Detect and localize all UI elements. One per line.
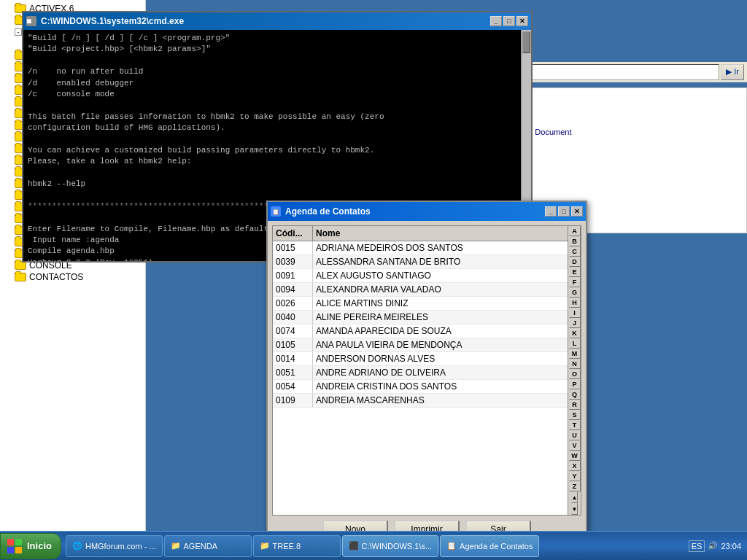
taskbar-item-hmgforum[interactable]: 🌐 HMGforum.com - ... — [66, 535, 163, 557]
taskbar-item-label: AGENDA — [184, 542, 217, 551]
alpha-scroll-up[interactable]: ▲ — [571, 491, 578, 503]
alpha-btn-d[interactable]: D — [569, 257, 581, 267]
alpha-btn-b[interactable]: B — [569, 236, 581, 246]
folder-icon — [15, 273, 26, 281]
alpha-btn-e[interactable]: E — [569, 267, 581, 277]
alpha-btn-z[interactable]: Z — [569, 481, 581, 491]
system-icon-speaker: 🔊 — [708, 541, 718, 551]
file-entry-org1: .org — [503, 138, 743, 149]
windows-logo-icon — [7, 538, 23, 554]
table-row[interactable]: 0074 AMANDA APARECIDA DE SOUZA — [273, 324, 568, 338]
row-name: ALINE PEREIRA MEIRELES — [313, 311, 568, 324]
table-row[interactable]: 0091 ALEX AUGUSTO SANTIAGO — [273, 269, 568, 283]
svg-rect-1 — [15, 539, 22, 545]
agenda-table-container: Códi... Nome 0015 ADRIANA MEDEIROS DOS S… — [272, 225, 581, 516]
alpha-btn-p[interactable]: P — [569, 379, 581, 389]
row-code: 0105 — [273, 338, 313, 351]
alpha-btn-c[interactable]: C — [569, 246, 581, 257]
file-entry-utx: .UTX — [503, 103, 743, 114]
alpha-btn-n[interactable]: N — [569, 359, 581, 369]
cmd-titlebar[interactable]: ■ C:\WINDOWS.1\system32\cmd.exe _ □ ✕ — [23, 12, 531, 30]
agenda-title: 📋 Agenda de Contatos — [271, 206, 371, 217]
cmd-maximize-btn[interactable]: □ — [503, 16, 515, 26]
tree-item-label: CONTACTOS — [29, 272, 83, 282]
row-name: ANDREIA CRISTINA DOS SANTOS — [313, 380, 568, 393]
expand-icon[interactable]: - — [15, 28, 22, 36]
table-row[interactable]: 0015 ADRIANA MEDEIROS DOS SANTOS — [273, 241, 568, 255]
tree-item-contactos[interactable]: CONTACTOS — [12, 271, 145, 283]
alpha-btn-w[interactable]: W — [569, 451, 581, 461]
alpha-btn-u[interactable]: U — [569, 430, 581, 440]
cmd-title: ■ C:\WINDOWS.1\system32\cmd.exe — [26, 16, 184, 26]
row-name: ALICE MARTINS DINIZ — [313, 297, 568, 310]
desktop: ■ C:\WINDOWS.1\system32\cmd.exe _ □ ✕ "B… — [0, 0, 747, 560]
start-button[interactable]: Inicio — [0, 533, 61, 559]
alpha-btn-q[interactable]: Q — [569, 389, 581, 400]
alpha-btn-o[interactable]: O — [569, 369, 581, 379]
file-entry-doc: er 2000 Document — [503, 126, 743, 138]
row-name: ANDREIA MASCARENHAS — [313, 394, 568, 407]
alpha-scroll-down[interactable]: ▼ — [571, 503, 578, 515]
alpha-btn-r[interactable]: R — [569, 400, 581, 410]
cmd-scroll-thumb[interactable] — [522, 31, 530, 53]
taskbar-item-tree8[interactable]: 📁 TREE.8 — [253, 535, 341, 557]
cmd-close-btn[interactable]: ✕ — [516, 16, 528, 26]
row-name: ALEX AUGUSTO SANTIAGO — [313, 269, 568, 282]
table-row[interactable]: 0094 ALEXANDRA MARIA VALADAO — [273, 283, 568, 297]
alpha-btn-f[interactable]: F — [569, 277, 581, 287]
alpha-btn-a[interactable]: A — [569, 226, 581, 236]
table-row[interactable]: 0014 ANDERSON DORNAS ALVES — [273, 352, 568, 366]
alpha-btn-l[interactable]: L — [569, 338, 581, 349]
agenda-minimize-btn[interactable]: _ — [545, 206, 557, 217]
taskbar-item-label: Agenda de Contatos — [460, 542, 533, 551]
alpha-btn-k[interactable]: K — [569, 328, 581, 338]
alpha-btn-s[interactable]: S — [569, 410, 581, 420]
agenda-content: Códi... Nome 0015 ADRIANA MEDEIROS DOS S… — [268, 221, 586, 534]
file-entry-org2: .ORG — [503, 149, 743, 161]
row-code: 0091 — [273, 269, 313, 282]
table-row[interactable]: 0054 ANDREIA CRISTINA DOS SANTOS — [273, 380, 568, 394]
row-name: ALEXANDRA MARIA VALADAO — [313, 283, 568, 296]
table-row[interactable]: 0040 ALINE PEREIRA MEIRELES — [273, 311, 568, 324]
taskbar-item-cmd[interactable]: ⬛ C:\WINDOWS.1\s... — [342, 535, 439, 557]
table-row[interactable]: 0105 ANA PAULA VIEIRA DE MENDONÇA — [273, 338, 568, 352]
agenda-titlebar[interactable]: 📋 Agenda de Contatos _ □ ✕ — [268, 202, 586, 221]
cmd-line-9: Please, take a look at hbmk2 help: — [28, 156, 527, 167]
table-header: Códi... Nome — [273, 226, 568, 241]
alpha-btn-g[interactable]: G — [569, 287, 581, 298]
alpha-btn-m[interactable]: M — [569, 349, 581, 359]
agenda-maximize-btn[interactable]: □ — [558, 206, 570, 217]
cmd-line-7: configuration build of HMG applications)… — [28, 122, 527, 133]
cmd-window-controls: _ □ ✕ — [490, 16, 528, 26]
cmd-minimize-btn[interactable]: _ — [490, 16, 502, 26]
table-row[interactable]: 0109 ANDREIA MASCARENHAS — [273, 394, 568, 408]
agenda-close-btn[interactable]: ✕ — [571, 206, 583, 217]
table-row[interactable]: 0051 ANDRE ADRIANO DE OLIVEIRA — [273, 366, 568, 380]
row-code: 0094 — [273, 283, 313, 296]
row-code: 0015 — [273, 241, 313, 254]
taskbar-item-icon: 📋 — [446, 541, 457, 551]
alpha-btn-h[interactable]: H — [569, 298, 581, 308]
alpha-btn-t[interactable]: T — [569, 420, 581, 430]
taskbar-item-agenda-contatos[interactable]: 📋 Agenda de Contatos — [440, 535, 539, 557]
address-input[interactable] — [506, 64, 719, 80]
alpha-btn-i[interactable]: I — [569, 308, 581, 318]
taskbar-item-agenda[interactable]: 📁 AGENDA — [164, 535, 252, 557]
go-button[interactable]: ▶ Ir — [721, 64, 744, 80]
alpha-btn-v[interactable]: V — [569, 440, 581, 451]
start-label: Inicio — [27, 540, 52, 551]
table-row[interactable]: 0039 ALESSANDRA SANTANA DE BRITO — [273, 255, 568, 269]
agenda-title-text: Agenda de Contatos — [285, 206, 371, 217]
alpha-btn-x[interactable]: X — [569, 461, 581, 471]
alpha-btn-j[interactable]: J — [569, 318, 581, 328]
taskbar-item-icon: 📁 — [260, 541, 270, 551]
taskbar-item-icon: 🌐 — [72, 541, 82, 551]
cmd-line-10: hbmk2 --help — [28, 179, 527, 190]
alpha-btn-y[interactable]: Y — [569, 471, 581, 481]
row-code: 0054 — [273, 380, 313, 393]
cmd-line-2: "Build <project.hbp> [<hbmk2 params>]" — [28, 44, 527, 55]
agenda-window-controls: _ □ ✕ — [545, 206, 583, 217]
row-code: 0051 — [273, 366, 313, 379]
table-row[interactable]: 0026 ALICE MARTINS DINIZ — [273, 297, 568, 311]
file-entry-dbf: .dbf — [503, 114, 743, 126]
